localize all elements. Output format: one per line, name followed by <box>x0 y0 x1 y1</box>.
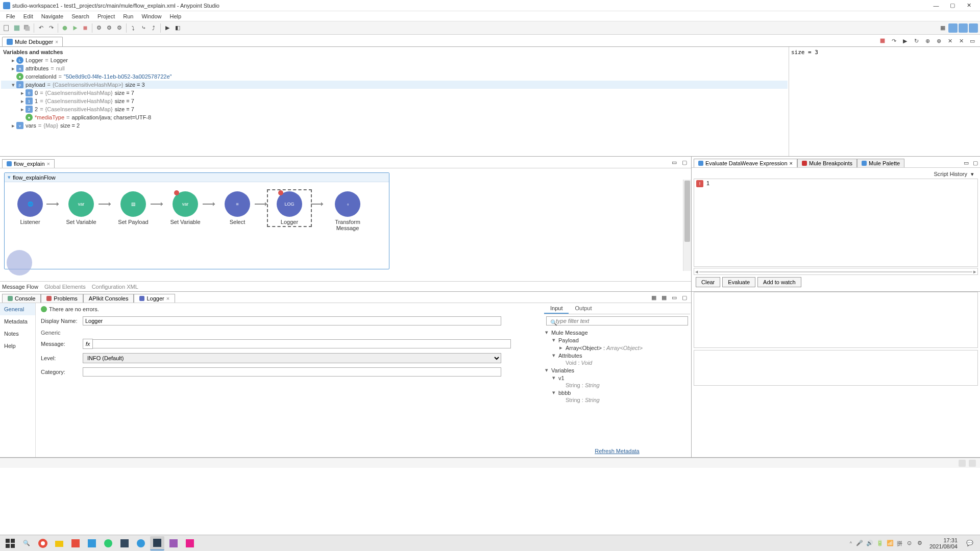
scrollbar-thumb[interactable] <box>684 181 690 242</box>
maximize-icon[interactable]: ▢ <box>680 158 689 167</box>
expand-icon[interactable]: ▸ <box>10 57 16 64</box>
horizontal-scrollbar[interactable]: ◂ ▸ <box>694 268 978 275</box>
undo-icon[interactable]: ↶ <box>36 23 45 33</box>
taskbar-app3[interactable] <box>101 536 115 550</box>
tab-global-elements[interactable]: Global Elements <box>44 284 86 290</box>
tool-icon[interactable]: ◧ <box>173 23 182 33</box>
menu-file[interactable]: File <box>2 12 19 20</box>
flow-container[interactable]: ▾ flow_explainFlow 🌐 Listener var Set Va… <box>4 172 389 269</box>
save-all-icon[interactable] <box>22 23 32 33</box>
close-icon[interactable]: × <box>55 39 58 45</box>
close-icon[interactable]: × <box>790 160 793 166</box>
eval-output-bottom[interactable] <box>694 350 978 386</box>
tray-battery-icon[interactable]: 🔋 <box>876 540 884 547</box>
sidebar-general[interactable]: General <box>0 303 35 315</box>
minimize-icon[interactable]: ▭ <box>670 158 679 167</box>
scroll-track[interactable] <box>699 271 972 272</box>
taskbar-anypoint[interactable] <box>150 536 164 550</box>
minimize-icon[interactable]: ▭ <box>670 293 679 302</box>
expand-icon[interactable]: ▸ <box>10 122 16 129</box>
tab-logger[interactable]: Logger × <box>134 294 175 303</box>
perspective-debug-icon[interactable] <box>959 23 968 33</box>
maximize-button[interactable]: ▢ <box>944 1 961 11</box>
tool-icon[interactable]: ✕ <box>957 36 966 45</box>
menu-search[interactable]: Search <box>67 12 93 20</box>
tool-icon[interactable]: ⊕ <box>923 36 932 45</box>
perspective-design-icon[interactable] <box>969 23 978 33</box>
minimize-button[interactable]: — <box>928 1 944 11</box>
clear-button[interactable]: Clear <box>696 277 720 287</box>
maximize-icon[interactable]: ▢ <box>680 293 689 302</box>
step-into-icon[interactable]: ⤷ <box>139 23 148 33</box>
fx-toggle[interactable]: fx <box>83 339 93 349</box>
tray-icon[interactable]: 🎤 <box>856 540 863 547</box>
meta-payload[interactable]: ▾Payload <box>545 336 689 344</box>
add-to-watch-button[interactable]: Add to watch <box>757 277 801 287</box>
tool-icon[interactable]: ✕ <box>945 36 954 45</box>
variables-tree[interactable]: Variables and watches ▸ L Logger = Logge… <box>0 47 789 156</box>
debug-icon[interactable] <box>60 23 69 33</box>
refresh-metadata-link[interactable]: Refresh Metadata <box>595 448 639 454</box>
minimize-icon[interactable]: ▭ <box>968 36 977 45</box>
tool-icon[interactable]: ⚙ <box>94 23 104 33</box>
tool-icon[interactable]: ⚙ <box>115 23 124 33</box>
tool-icon[interactable]: ▦ <box>649 293 658 302</box>
tab-console[interactable]: Console <box>2 294 41 303</box>
status-icon[interactable] <box>959 460 966 467</box>
tray-volume-icon[interactable]: 🔊 <box>866 540 873 547</box>
node-setvar2[interactable]: var Set Variable <box>165 191 206 225</box>
menu-edit[interactable]: Edit <box>19 12 37 20</box>
category-input[interactable] <box>83 367 501 377</box>
resume-icon[interactable]: ▶ <box>163 23 172 33</box>
node-select[interactable]: ≡ Select <box>217 191 258 225</box>
tray-icon[interactable]: ⊙ <box>907 540 914 547</box>
tree-node-mediatype[interactable]: ● *mediaType = application/java; charset… <box>1 113 788 121</box>
metadata-tree[interactable]: ▾Mule Message ▾Payload ▸Array<Object> : … <box>544 328 690 446</box>
step-return-icon[interactable]: ⤴ <box>149 23 158 33</box>
expand-icon[interactable]: ▸ <box>10 65 16 72</box>
taskbar-explorer[interactable] <box>52 536 66 550</box>
tree-node-logger[interactable]: ▸ L Logger = Logger <box>1 56 788 64</box>
node-transform[interactable]: ⬨ Transform Message <box>327 191 368 231</box>
tab-evaluate-dw[interactable]: Evaluate DataWeave Expression × <box>694 159 797 167</box>
menu-run[interactable]: Run <box>119 12 137 20</box>
search-icon[interactable]: 🔍 <box>19 536 34 550</box>
sidebar-metadata[interactable]: Metadata <box>0 315 35 328</box>
tab-problems[interactable]: Problems <box>41 294 83 303</box>
meta-variables[interactable]: ▾Variables <box>545 366 689 374</box>
tool-icon[interactable]: ↻ <box>912 36 921 45</box>
tab-output[interactable]: Output <box>569 304 598 314</box>
evaluate-button[interactable]: Evaluate <box>722 277 755 287</box>
level-select[interactable]: INFO (Default) <box>83 353 501 363</box>
tab-message-flow[interactable]: Message Flow <box>2 284 38 290</box>
notifications-icon[interactable]: 💬 <box>963 536 977 550</box>
tab-config-xml[interactable]: Configuration XML <box>92 284 138 290</box>
next-processor-icon[interactable]: ↷ <box>889 36 898 45</box>
meta-mule-message[interactable]: ▾Mule Message <box>545 329 689 336</box>
redo-icon[interactable]: ↷ <box>46 23 56 33</box>
tool-icon[interactable]: ▦ <box>659 293 669 302</box>
script-input[interactable]: ! 1 <box>694 179 978 267</box>
meta-v1-string[interactable]: String : String <box>545 382 689 389</box>
breakpoint-icon[interactable] <box>174 190 179 195</box>
taskbar-app6[interactable] <box>166 536 181 550</box>
node-setpayload[interactable]: ▤ Set Payload <box>113 191 154 225</box>
tree-node-p2[interactable]: ▸ 2 2 = {CaseInsensitiveHashMap} size = … <box>1 105 788 113</box>
terminate-icon[interactable] <box>878 36 887 45</box>
meta-attributes[interactable]: ▾Attributes <box>545 352 689 359</box>
scroll-left-icon[interactable]: ◂ <box>695 268 698 275</box>
tool-icon[interactable]: ⚙ <box>105 23 114 33</box>
close-button[interactable]: ✕ <box>961 1 977 11</box>
sidebar-notes[interactable]: Notes <box>0 328 35 340</box>
menu-project[interactable]: Project <box>93 12 119 20</box>
tree-node-correlation[interactable]: ● correlationId = "50e8d9c0-f4fe-11eb-b0… <box>1 72 788 81</box>
tab-mule-palette[interactable]: Mule Palette <box>857 159 904 167</box>
close-icon[interactable]: × <box>47 161 50 167</box>
tab-flow-explain[interactable]: flow_explain × <box>2 159 55 168</box>
save-icon[interactable] <box>12 23 21 33</box>
menu-help[interactable]: Help <box>166 12 186 20</box>
close-icon[interactable]: × <box>166 295 169 302</box>
menu-navigate[interactable]: Navigate <box>37 12 67 20</box>
taskbar-app5[interactable] <box>134 536 148 550</box>
scroll-right-icon[interactable]: ▸ <box>973 268 976 275</box>
